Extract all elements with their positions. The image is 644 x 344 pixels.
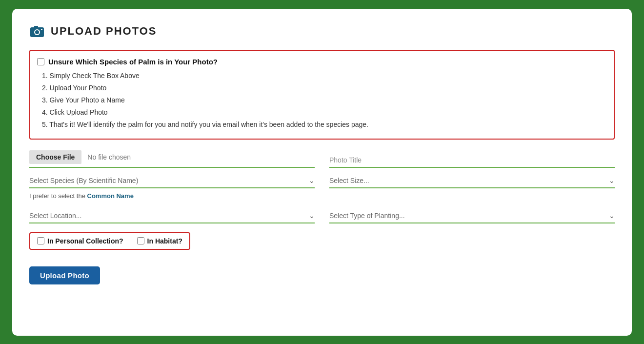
camera-icon [29, 23, 45, 39]
common-name-text: I prefer to select the Common Name [29, 192, 134, 200]
svg-rect-4 [41, 29, 42, 30]
photo-title-input[interactable] [329, 156, 615, 168]
planting-type-col: Select Type of Planting... ⌄ [329, 212, 615, 223]
in-habitat-label[interactable]: In Habitat? [137, 237, 182, 245]
size-dropdown[interactable]: Select Size... ⌄ [329, 177, 615, 188]
instruction-4: 4. Click Upload Photo [42, 107, 605, 118]
location-chevron-icon: ⌄ [309, 212, 315, 220]
page-title: UPLOAD PHOTOS [51, 25, 157, 38]
species-chevron-icon: ⌄ [309, 177, 315, 184]
personal-collection-text: In Personal Collection? [47, 237, 123, 245]
location-dropdown[interactable]: Select Location... ⌄ [29, 212, 315, 223]
page-background: UPLOAD PHOTOS Unsure Which Species of Pa… [0, 0, 644, 344]
checkboxes-box: In Personal Collection? In Habitat? [29, 232, 190, 250]
form-row-2: Select Species (By Scientific Name) ⌄ I … [29, 177, 615, 203]
in-habitat-checkbox[interactable] [137, 237, 144, 244]
species-dropdown-label: Select Species (By Scientific Name) [29, 177, 138, 184]
upload-button-container: Upload Photo [29, 266, 615, 284]
location-dropdown-label: Select Location... [29, 212, 81, 220]
planting-type-dropdown-label: Select Type of Planting... [329, 212, 405, 220]
form-row-1: Choose File No file chosen [29, 150, 615, 168]
planting-type-dropdown[interactable]: Select Type of Planting... ⌄ [329, 212, 615, 223]
size-dropdown-label: Select Size... [329, 177, 369, 184]
common-name-link[interactable]: Common Name [87, 192, 134, 200]
upload-form: Choose File No file chosen Select Specie… [29, 150, 615, 284]
instructions-list: 1. Simply Check The Box Above 2. Upload … [37, 71, 605, 130]
form-row-3: Select Location... ⌄ Select Type of Plan… [29, 212, 615, 223]
checkboxes-container: In Personal Collection? In Habitat? [29, 232, 615, 259]
unsure-checkbox-label[interactable]: Unsure Which Species of Palm is in Your … [37, 58, 605, 66]
no-file-label: No file chosen [87, 153, 131, 161]
instruction-5: 5. That's it! We'll identify the palm fo… [42, 120, 605, 130]
unsure-species-checkbox[interactable] [37, 58, 44, 65]
file-input-col: Choose File No file chosen [29, 150, 315, 168]
species-col: Select Species (By Scientific Name) ⌄ I … [29, 177, 315, 203]
svg-rect-3 [34, 26, 38, 28]
common-name-row: I prefer to select the Common Name [29, 191, 315, 200]
personal-collection-label[interactable]: In Personal Collection? [37, 237, 123, 245]
unsure-species-box: Unsure Which Species of Palm is in Your … [29, 50, 615, 140]
file-input-wrapper: Choose File No file chosen [29, 150, 315, 168]
species-dropdown[interactable]: Select Species (By Scientific Name) ⌄ [29, 177, 315, 188]
main-card: UPLOAD PHOTOS Unsure Which Species of Pa… [12, 9, 632, 336]
svg-point-2 [35, 30, 39, 34]
photo-title-col [329, 156, 615, 168]
personal-collection-checkbox[interactable] [37, 237, 44, 244]
size-col: Select Size... ⌄ [329, 177, 615, 188]
upload-photo-button[interactable]: Upload Photo [29, 266, 100, 284]
instruction-2: 2. Upload Your Photo [42, 83, 605, 93]
instruction-1: 1. Simply Check The Box Above [42, 71, 605, 81]
location-col: Select Location... ⌄ [29, 212, 315, 223]
planting-chevron-icon: ⌄ [609, 212, 615, 220]
choose-file-button[interactable]: Choose File [29, 150, 81, 164]
unsure-checkbox-text: Unsure Which Species of Palm is in Your … [48, 58, 218, 66]
size-chevron-icon: ⌄ [609, 177, 615, 184]
in-habitat-text: In Habitat? [147, 237, 182, 245]
page-header: UPLOAD PHOTOS [29, 23, 615, 39]
instruction-3: 3. Give Your Photo a Name [42, 95, 605, 105]
